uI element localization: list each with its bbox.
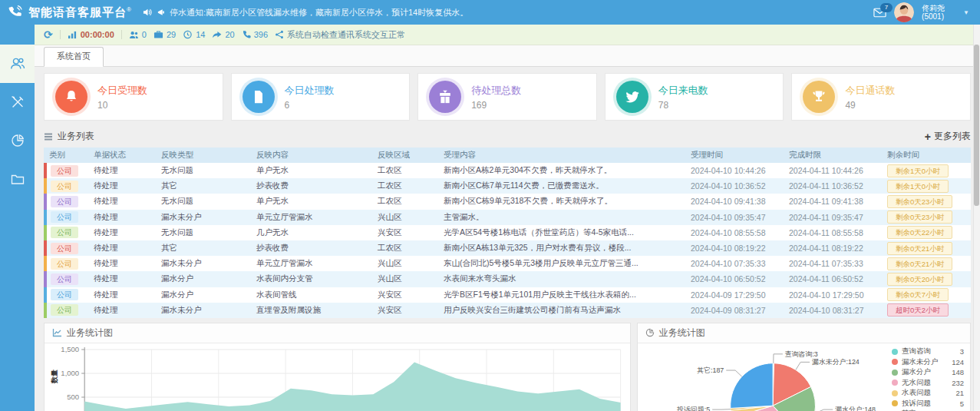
table-cell: 水表间来水弯头漏水 bbox=[438, 273, 685, 284]
sidebar-item-customer-service[interactable] bbox=[0, 45, 35, 83]
people-icon bbox=[129, 31, 139, 39]
pie-panel-header: 业务统计图 bbox=[638, 323, 970, 343]
table-cell: 2024-04-10 07:35:33 bbox=[685, 259, 784, 268]
forward-arrow-icon bbox=[212, 31, 222, 39]
area-chart-svg: 1,5001,000500数量 bbox=[45, 343, 630, 411]
tab-home[interactable]: 系统首页 bbox=[44, 47, 104, 67]
pie-legend: 查询咨询3漏水未分户124漏水分户148无水问题232水表问题21投诉问题5其它… bbox=[892, 346, 964, 411]
legend-item[interactable]: 查询咨询3 bbox=[892, 346, 964, 357]
remaining-time-badge: 剩余0天23小时 bbox=[887, 210, 952, 224]
table-row[interactable]: 公司待处理其它抄表收费工农区新南小区C栋7单元114欠费，已缴费需送水。2024… bbox=[44, 178, 971, 194]
svg-text:其它:187: 其它:187 bbox=[697, 366, 724, 374]
table-cell: 光学A区54号楼1栋电话（乔世堂药店）等4-5家电话... bbox=[438, 227, 685, 238]
legend-item[interactable]: 漏水分户148 bbox=[892, 367, 964, 378]
app-header: 智能语音客服平台® 停水通知:藏南新居小区管线漏水维修，藏南新居小区停水，预计1… bbox=[0, 0, 980, 25]
table-cell: 水表间管线 bbox=[251, 290, 372, 300]
tools-icon bbox=[10, 94, 25, 110]
legend-value: 232 bbox=[949, 379, 964, 387]
table-cell: 待处理 bbox=[88, 305, 156, 316]
table-cell: 2024-04-10 09:41:38 bbox=[685, 197, 784, 206]
table-cell: 新南小区C栋9单元318不欠费，昨天就停水了。 bbox=[438, 196, 685, 207]
table-cell: 2024-04-10 09:35:47 bbox=[685, 213, 784, 222]
category-badge: 公司 bbox=[51, 273, 78, 285]
sidebar-item-tools[interactable] bbox=[0, 83, 35, 121]
bird-icon bbox=[616, 81, 648, 113]
transfer-count: 20 bbox=[212, 30, 234, 39]
legend-dot bbox=[892, 400, 898, 406]
column-header: 受理时间 bbox=[685, 150, 784, 161]
table-cell: 新南小区A栋13单元325，用户对水费有异议，楼段... bbox=[438, 243, 685, 254]
user-name: 佟莉尧 bbox=[922, 4, 945, 13]
table-cell: 2024-04-11 06:50:52 bbox=[784, 274, 882, 283]
category-badge: 公司 bbox=[51, 196, 78, 207]
remaining-time-badge: 剩余1天0小时 bbox=[887, 180, 949, 193]
refresh-icon[interactable]: ⟳ bbox=[44, 28, 53, 41]
document-icon bbox=[243, 81, 275, 113]
table-row[interactable]: 公司待处理漏水分户水表间管线兴安区光学B区F1号楼1单元101用户反映主干线往水… bbox=[44, 287, 971, 303]
table-cell: 无水问题 bbox=[156, 165, 251, 176]
column-header: 反映内容 bbox=[251, 150, 372, 161]
column-header: 单据状态 bbox=[88, 150, 156, 161]
user-menu[interactable]: 佟莉尧 (5001) bbox=[922, 4, 945, 22]
stat-cards: 今日受理数10今日处理数6待处理总数169今日来电数78今日通话数49 bbox=[44, 73, 971, 121]
stat-card: 今日处理数6 bbox=[231, 73, 411, 121]
table-cell: 待处理 bbox=[88, 165, 156, 176]
table-row[interactable]: 公司待处理无水问题单户无水工农区新南小区C栋9单元318不欠费，昨天就停水了。2… bbox=[44, 194, 971, 209]
legend-name: 漏水未分户 bbox=[902, 357, 945, 367]
users-icon bbox=[9, 55, 26, 72]
table-cell: 无水问题 bbox=[156, 227, 251, 238]
biz-list-title: 业务列表 bbox=[58, 130, 94, 143]
table-cell: 兴山区 bbox=[372, 212, 438, 223]
avatar[interactable] bbox=[894, 2, 914, 22]
table-cell: 公司 bbox=[44, 181, 88, 192]
system-check-status: 系统自动检查通讯系统交互正常 bbox=[275, 29, 405, 41]
table-row[interactable]: 公司待处理无水问题单户无水工农区新南小区A栋2单元304不欠费，昨天就停水了。2… bbox=[44, 163, 971, 178]
sidebar-item-files[interactable] bbox=[0, 160, 35, 198]
legend-dot bbox=[892, 349, 898, 355]
category-badge: 公司 bbox=[51, 304, 78, 316]
svg-text:投诉问题:5: 投诉问题:5 bbox=[676, 406, 710, 411]
legend-item[interactable]: 无水问题232 bbox=[892, 377, 964, 388]
category-badge: 公司 bbox=[51, 181, 78, 192]
legend-name: 无水问题 bbox=[902, 378, 945, 388]
table-header-row: 类别单据状态反映类型反映内容反映区域受理内容受理时间完成时限剩余时间 bbox=[44, 147, 971, 163]
legend-dot bbox=[892, 390, 898, 396]
table-row[interactable]: 公司待处理漏水未分户单元立厅管漏水兴山区东山(合同北)5号楼5单元3楼用户反映单… bbox=[44, 256, 971, 271]
table-cell: 剩余0天23小时 bbox=[882, 195, 971, 208]
legend-value: 124 bbox=[949, 358, 964, 366]
table-cell: 2024-04-10 06:50:52 bbox=[685, 274, 784, 283]
table-row[interactable]: 公司待处理漏水未分户直埋管及附属设施兴安区用户反映兴安台三街建筑公司楼门前有马达… bbox=[44, 303, 971, 318]
stat-card-value: 10 bbox=[97, 100, 147, 111]
remaining-time-badge: 剩余0天22小时 bbox=[887, 226, 952, 239]
mail-button[interactable]: 7 bbox=[873, 8, 886, 18]
table-cell: 公司 bbox=[44, 227, 88, 238]
table-cell: 兴安区 bbox=[372, 227, 438, 238]
table-cell: 新南小区A栋2单元304不欠费，昨天就停水了。 bbox=[438, 165, 685, 176]
dashboard: 今日受理数10今日处理数6待处理总数169今日来电数78今日通话数49 业务列表… bbox=[35, 67, 980, 411]
chevron-down-icon[interactable]: ▼ bbox=[963, 9, 969, 16]
column-header: 反映区域 bbox=[372, 150, 438, 161]
remaining-time-badge: 超时0天2小时 bbox=[887, 303, 949, 317]
share-nodes-icon bbox=[275, 30, 284, 39]
sidebar-item-statistics[interactable] bbox=[0, 121, 35, 160]
scrollbar[interactable] bbox=[973, 25, 980, 411]
table-cell: 2024-04-11 08:19:22 bbox=[784, 244, 882, 253]
table-row[interactable]: 公司待处理漏水未分户单元立厅管漏水兴山区主管漏水。2024-04-10 09:3… bbox=[44, 210, 971, 225]
legend-item[interactable]: 投诉问题5 bbox=[892, 398, 964, 409]
remaining-time-badge: 剩余0天21小时 bbox=[887, 257, 952, 270]
legend-dot bbox=[892, 380, 898, 386]
table-row[interactable]: 公司待处理其它抄表收费工农区新南小区A栋13单元325，用户对水费有异议，楼段.… bbox=[44, 240, 971, 256]
table-cell: 2024-04-11 07:35:33 bbox=[784, 259, 882, 268]
table-cell: 单户无水 bbox=[251, 165, 372, 176]
legend-item[interactable]: 水表问题21 bbox=[892, 388, 964, 399]
table-cell: 工农区 bbox=[372, 196, 438, 207]
area-chart-title: 业务统计图 bbox=[67, 326, 113, 340]
table-row[interactable]: 公司待处理漏水分户水表间内分支管兴山区水表间来水弯头漏水2024-04-10 0… bbox=[44, 271, 971, 287]
stat-card-title: 今日处理数 bbox=[285, 84, 335, 98]
scrollbar-thumb[interactable] bbox=[974, 45, 979, 206]
table-cell: 2024-04-11 10:44:26 bbox=[784, 166, 882, 175]
more-lists-link[interactable]: + 更多列表 bbox=[925, 130, 971, 143]
table-row[interactable]: 公司待处理无水问题几户无水兴安区光学A区54号楼1栋电话（乔世堂药店）等4-5家… bbox=[44, 225, 971, 240]
legend-item[interactable]: 漏水未分户124 bbox=[892, 356, 964, 367]
app-title-sup: ® bbox=[127, 6, 132, 13]
